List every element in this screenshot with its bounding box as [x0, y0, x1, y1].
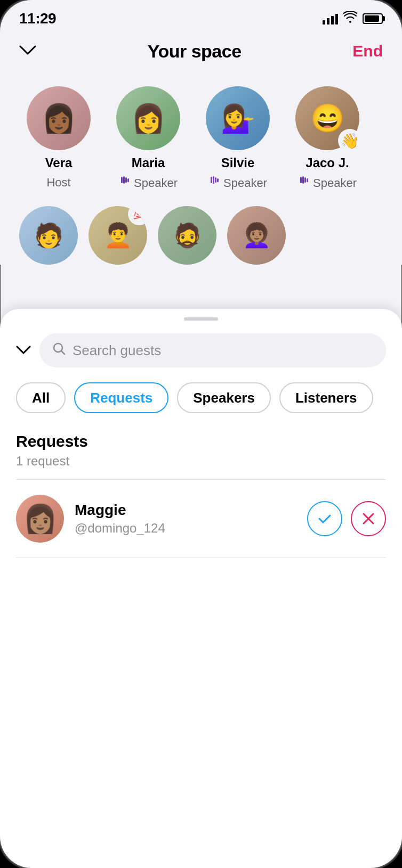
speaker-label-maria: Speaker	[134, 176, 178, 190]
status-icons	[323, 11, 383, 26]
maggie-info: Maggie @domingo_124	[75, 502, 296, 536]
battery-icon	[363, 13, 383, 24]
maggie-actions	[307, 501, 386, 536]
speaker-item-jaco: 😄 👋 Jaco J. Speaker	[288, 86, 367, 190]
tab-requests[interactable]: Requests	[74, 382, 168, 413]
maggie-avatar: 👩🏽	[16, 495, 64, 543]
signal-bars-icon	[323, 13, 338, 24]
phone-frame: 11:29	[0, 0, 402, 868]
mic-icon-jaco	[298, 176, 310, 190]
tab-all[interactable]: All	[16, 382, 66, 413]
listener-avatar-a: 🧑	[19, 206, 78, 265]
speaker-item-maria: 👩 Maria Speaker	[109, 86, 188, 190]
mic-icon-silvie	[208, 176, 220, 190]
avatar-silvie: 💁‍♀️	[206, 86, 270, 150]
speaker-role-jaco: Speaker	[298, 176, 357, 190]
tab-listeners[interactable]: Listeners	[279, 382, 373, 413]
maggie-handle: @domingo_124	[75, 521, 296, 536]
tabs-row: All Requests Speakers Listeners	[0, 376, 402, 420]
speaker-item-silvie: 💁‍♀️ Silvie Speaker	[198, 86, 277, 190]
speaker-name-silvie: Silvie	[221, 155, 255, 170]
space-title: Your space	[148, 41, 242, 62]
svg-rect-10	[304, 177, 306, 183]
search-placeholder: Search guests	[73, 342, 161, 359]
search-box[interactable]: Search guests	[39, 333, 386, 367]
listener-avatar-c: 🧔	[158, 206, 216, 265]
bottom-sheet: Search guests All Requests Speakers List…	[0, 309, 402, 868]
speaker-name-maria: Maria	[132, 155, 165, 170]
sheet-header: Search guests	[0, 321, 402, 376]
svg-rect-8	[300, 177, 302, 183]
speaker-label-jaco: Speaker	[313, 176, 357, 190]
svg-rect-1	[123, 176, 125, 184]
avatar-maria: 👩	[116, 86, 180, 150]
listener-avatar-b: 🧑‍🦱 💯	[89, 206, 147, 265]
status-time: 11:29	[19, 10, 56, 27]
bottom-divider	[16, 558, 386, 558]
svg-rect-5	[213, 176, 214, 184]
speakers-area: 👩🏾 Vera Host 👩 Maria	[0, 70, 402, 201]
request-item-maggie: 👩🏽 Maggie @domingo_124	[0, 480, 402, 558]
speaker-name-jaco: Jaco J.	[305, 155, 349, 170]
requests-title: Requests	[16, 432, 386, 451]
svg-rect-6	[215, 177, 216, 183]
top-nav: Your space End	[0, 32, 402, 70]
search-icon	[52, 342, 66, 359]
listener-avatar-d: 👩🏽‍🦱	[227, 206, 286, 265]
mic-icon-maria	[119, 176, 131, 190]
speaker-name-vera: Vera	[45, 155, 73, 170]
svg-rect-3	[127, 178, 129, 182]
accept-button[interactable]	[307, 501, 342, 536]
svg-rect-11	[307, 178, 308, 182]
wave-badge-jaco: 👋	[338, 129, 361, 152]
svg-rect-4	[211, 177, 212, 183]
status-bar: 11:29	[0, 0, 402, 32]
speaker-role-silvie: Speaker	[208, 176, 267, 190]
listeners-row: 🧑 🧑‍🦱 💯 🧔 👩🏽‍🦱	[0, 201, 402, 265]
speaker-role-maria: Speaker	[119, 176, 178, 190]
speaker-item-vera: 👩🏾 Vera Host	[19, 86, 98, 190]
svg-rect-2	[125, 177, 127, 183]
host-label: Host	[46, 176, 70, 190]
sheet-collapse-icon[interactable]	[16, 342, 31, 359]
reject-button[interactable]	[351, 501, 386, 536]
svg-rect-9	[302, 176, 304, 184]
requests-section: Requests 1 request	[0, 420, 402, 480]
svg-rect-7	[217, 178, 219, 182]
end-button[interactable]: End	[352, 42, 383, 60]
requests-count: 1 request	[16, 454, 386, 469]
speaker-label-silvie: Speaker	[223, 176, 267, 190]
svg-rect-0	[121, 177, 123, 183]
collapse-chevron-icon[interactable]	[19, 43, 36, 60]
wifi-icon	[343, 11, 357, 26]
maggie-name: Maggie	[75, 502, 296, 519]
speaker-role-vera: Host	[46, 176, 70, 190]
avatar-vera: 👩🏾	[27, 86, 91, 150]
tab-speakers[interactable]: Speakers	[177, 382, 271, 413]
